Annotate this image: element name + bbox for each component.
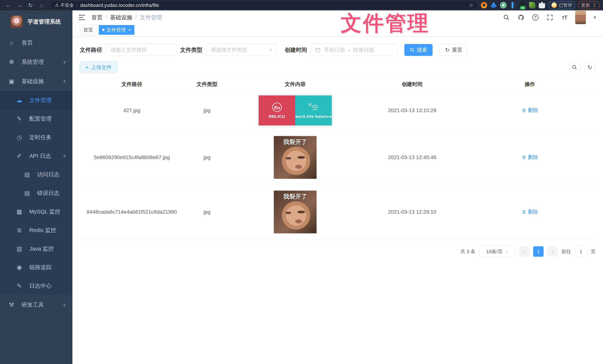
sidebar-item-infrastructure[interactable]: ▣ 基础设施 ∧ [0,72,72,91]
delete-button[interactable]: 删除 [522,208,538,215]
active-tab-dot [102,29,104,31]
tab-bar: 首页 文件管理 × [72,24,603,37]
home-icon: ⌂ [8,39,15,46]
browser-update-pill[interactable]: 更新 ⋮ [578,1,600,9]
edit-icon: ✎ [16,115,23,122]
cell-file-path: 5e8609290e915c4fa8b08e67.jpg [80,154,184,160]
goto-label: 前往 [561,248,571,255]
extension-check-icon[interactable] [500,2,507,8]
user-avatar[interactable] [575,11,586,24]
extension-bars-icon[interactable] [510,2,516,8]
sidebar-item-java-monitor[interactable]: ▥ Java 监控 [0,239,72,258]
meme-caption: 我裂开了 [274,138,316,146]
refresh-table-button[interactable]: ↻ [584,62,596,73]
file-type-label: 文件类型 [180,46,202,54]
paused-label: 已暂停 [559,2,572,8]
cell-create-time: 2021-03-13 12:45:48 [360,154,464,160]
sidebar-item-access-logs[interactable]: ▤ 访问日志 [0,165,72,184]
sidebar-item-label: 错误日志 [37,189,59,197]
prev-page-button[interactable]: ‹ [519,246,530,257]
search-button[interactable]: 搜索 [404,44,433,56]
cell-file-content: 我裂开了 [230,191,360,233]
help-icon[interactable]: ? [532,14,539,21]
table-row: 427.jpg jpg 996.ICU work-life balance [80,90,596,131]
breadcrumb-home[interactable]: 首页 [91,14,103,21]
col-file-path: 文件路径 [80,81,184,88]
end-date-placeholder[interactable]: 结束日期 [353,46,374,54]
browser-menu-dots-icon[interactable]: ⋮ [592,2,597,8]
file-thumbnail-crying-baby[interactable]: 我裂开了 [274,191,316,233]
extension-gear-icon[interactable] [481,2,487,8]
breadcrumb-separator: / [135,14,137,21]
date-range-picker[interactable]: 开始日期 - 结束日期 [311,44,398,56]
browser-reload-icon[interactable]: ↻ [26,2,35,9]
profile-paused-pill[interactable]: 已暂停 [548,1,575,9]
extensions-puzzle-icon[interactable] [539,2,545,8]
sidebar-item-home[interactable]: ⌂ 首页 [0,33,72,52]
sidebar-item-label: Redis 监控 [29,227,56,234]
text-size-icon[interactable]: тT [561,14,568,21]
sidebar-item-system-management[interactable]: ☸ 系统管理 ∨ [0,52,72,72]
delete-button[interactable]: 删除 [522,154,538,161]
sidebar-item-mysql-monitor[interactable]: ▦ MySQL 监控 [0,202,72,221]
file-type-select[interactable]: 请选择文件类型 ∨ [206,44,277,56]
sidebar-item-dev-tools[interactable]: ⚒ 研发工具 ∨ [0,295,72,314]
goto-page-input[interactable] [575,246,587,257]
extension-on-badge-icon[interactable] [520,2,526,8]
chevron-up-icon: ∧ [63,153,66,159]
sidebar-toggle-icon[interactable] [79,15,85,20]
gear-icon: ☸ [8,58,15,66]
bookmark-star-icon[interactable]: ☆ [469,2,473,8]
file-path-input-wrap [106,44,176,56]
sidebar-item-scheduled-tasks[interactable]: ◷ 定时任务 [0,128,72,147]
breadcrumb-infrastructure[interactable]: 基础设施 [110,14,132,21]
sidebar-item-file-management[interactable]: ☁ 文件管理 [0,91,72,110]
security-warning[interactable]: ⚠ 不安全 [55,2,74,8]
sidebar-item-api-logs[interactable]: ✐ API 日志 ∧ [0,147,72,165]
date-separator: - [348,47,350,53]
url-text[interactable]: dashboard.yudao.iocoder.cn/infra/file [80,2,159,8]
tab-file-management[interactable]: 文件管理 × [99,25,134,35]
search-icon[interactable] [503,14,510,21]
fullscreen-icon[interactable] [546,14,554,21]
start-date-placeholder[interactable]: 开始日期 [324,46,345,54]
sidebar-item-config-management[interactable]: ✎ 配置管理 [0,110,72,128]
github-icon[interactable] [517,14,525,21]
next-page-button[interactable]: › [547,246,558,257]
sidebar-item-label: MySQL 监控 [29,208,60,216]
close-icon[interactable]: × [128,27,131,33]
file-thumbnail-crying-baby[interactable]: 我裂开了 [274,136,316,179]
beach-umbrella-icon [308,102,320,113]
sidebar-item-redis-monitor[interactable]: ≣ Redis 监控 [0,221,72,239]
sidebar-item-log-center[interactable]: ✎ 日志中心 [0,277,72,295]
trash-icon [522,108,526,113]
col-actions: 操作 [464,81,596,88]
user-caret-down-icon[interactable]: ▼ [593,15,597,20]
security-label: 不安全 [60,2,74,8]
table-row: 5e8609290e915c4fa8b08e67.jpg jpg 我裂开了 20… [80,131,596,184]
page-1-button[interactable]: 1 [533,246,544,257]
browser-back-icon[interactable]: ← [3,2,13,8]
page-unit-label: 页 [591,248,596,255]
delete-button[interactable]: 删除 [522,107,538,114]
file-path-input[interactable] [110,47,172,53]
breadcrumb: 首页 / 基础设施 / 文件管理 [91,14,162,21]
total-count: 共 3 条 [460,248,475,255]
address-bar[interactable]: ⚠ 不安全 | dashboard.yudao.iocoder.cn/infra… [51,1,477,9]
browser-forward-icon[interactable]: → [14,2,24,8]
toggle-search-button[interactable] [569,62,580,73]
extension-leaf-icon[interactable] [529,2,535,8]
extension-drop-icon[interactable] [490,2,497,8]
filter-bar: 文件路径 文件类型 请选择文件类型 ∨ 创建时间 开始日期 - 结束日期 搜索 … [80,44,596,56]
cloud-upload-icon: ☁ [16,97,23,104]
upload-file-button[interactable]: + 上传文件 [80,62,117,73]
profile-avatar [551,2,557,8]
sidebar-item-error-logs[interactable]: ▤ 错误日志 [0,184,72,202]
sidebar: 芋道管理系统 ⌂ 首页 ☸ 系统管理 ∨ ▣ 基础设施 ∧ ☁ 文件管理 ✎ 配… [0,10,72,364]
browser-home-icon[interactable]: ⌂ [37,2,46,8]
sidebar-item-tracing[interactable]: ◉ 链路追踪 [0,258,72,277]
page-size-select[interactable]: 10条/页 ∨ [479,246,515,257]
tab-home[interactable]: 首页 [80,25,96,35]
reset-button[interactable]: ↻ 重置 [440,44,468,56]
file-thumbnail-996icu[interactable]: 996.ICU work-life balance [258,95,332,126]
